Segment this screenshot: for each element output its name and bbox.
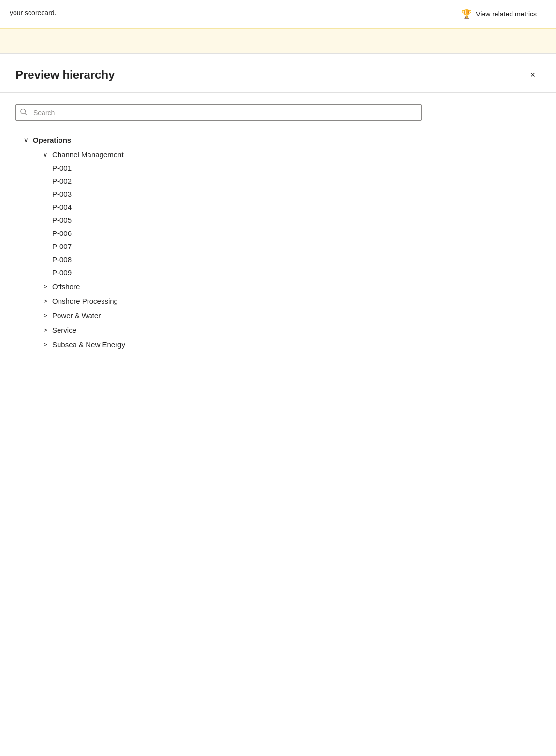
tree-row-service[interactable]: Service — [41, 322, 541, 337]
tree-node-service: Service — [21, 322, 541, 337]
tree-row-offshore[interactable]: Offshore — [41, 279, 541, 293]
operations-label: Operations — [33, 136, 71, 144]
operations-children: Channel Management P-001 P-002 — [21, 147, 541, 351]
list-item: P-002 — [41, 174, 541, 188]
p005-label: P-005 — [52, 216, 72, 224]
p001-label: P-001 — [52, 164, 72, 172]
hierarchy-tree: Operations Channel Management P-001 — [15, 132, 541, 351]
panel-body: Operations Channel Management P-001 — [0, 93, 556, 363]
list-item: P-009 — [41, 266, 541, 279]
search-input[interactable] — [15, 104, 422, 121]
trophy-icon: 🏆 — [461, 9, 472, 19]
chevron-right-icon — [41, 296, 50, 305]
list-item: P-005 — [41, 214, 541, 227]
offshore-label: Offshore — [52, 282, 80, 291]
tree-row-onshore-processing[interactable]: Onshore Processing — [41, 293, 541, 308]
tree-row-power-water[interactable]: Power & Water — [41, 308, 541, 322]
chevron-down-icon — [41, 149, 50, 159]
list-item: P-008 — [41, 253, 541, 266]
p004-label: P-004 — [52, 203, 72, 211]
close-button[interactable]: × — [525, 67, 541, 83]
p007-label: P-007 — [52, 242, 72, 250]
tree-row-operations[interactable]: Operations — [21, 132, 541, 147]
chevron-right-icon — [41, 310, 50, 320]
tree-node-channel-management: Channel Management P-001 P-002 — [21, 147, 541, 279]
p006-label: P-006 — [52, 229, 72, 237]
list-item: P-006 — [41, 227, 541, 240]
subsea-new-energy-label: Subsea & New Energy — [52, 340, 125, 349]
panel-title: Preview hierarchy — [15, 68, 115, 82]
p003-label: P-003 — [52, 190, 72, 198]
list-item: P-003 — [41, 188, 541, 201]
tree-node-offshore: Offshore — [21, 279, 541, 293]
power-water-label: Power & Water — [52, 311, 101, 320]
panel-header: Preview hierarchy × — [0, 54, 556, 93]
tree-row-channel-management[interactable]: Channel Management — [41, 147, 541, 161]
p009-label: P-009 — [52, 268, 72, 276]
preview-hierarchy-panel: Preview hierarchy × Operations — [0, 53, 556, 363]
chevron-right-icon — [41, 325, 50, 334]
list-item: P-001 — [41, 161, 541, 174]
tree-node-subsea-new-energy: Subsea & New Energy — [21, 337, 541, 351]
p002-label: P-002 — [52, 177, 72, 185]
chevron-down-icon — [21, 135, 31, 145]
service-label: Service — [52, 326, 76, 334]
tree-node-onshore-processing: Onshore Processing — [21, 293, 541, 308]
scorecard-text: your scorecard. — [10, 9, 56, 16]
list-item: P-007 — [41, 240, 541, 253]
tree-node-power-water: Power & Water — [21, 308, 541, 322]
p008-label: P-008 — [52, 255, 72, 263]
chevron-right-icon — [41, 339, 50, 349]
channel-management-label: Channel Management — [52, 150, 124, 159]
view-related-metrics-link[interactable]: 🏆 View related metrics — [461, 9, 537, 19]
chevron-right-icon — [41, 281, 50, 291]
search-container — [15, 104, 541, 121]
yellow-banner — [0, 28, 556, 53]
channel-management-children: P-001 P-002 P-003 — [41, 161, 541, 279]
tree-node-operations: Operations Channel Management P-001 — [15, 132, 541, 351]
list-item: P-004 — [41, 201, 541, 214]
tree-row-subsea-new-energy[interactable]: Subsea & New Energy — [41, 337, 541, 351]
view-related-metrics-label: View related metrics — [476, 10, 537, 18]
onshore-processing-label: Onshore Processing — [52, 297, 118, 305]
